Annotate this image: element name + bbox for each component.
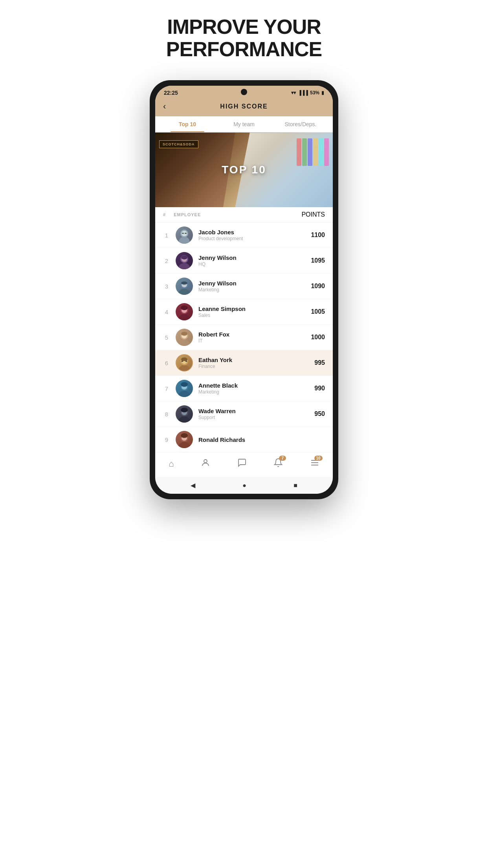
svg-rect-25 — [182, 361, 183, 362]
svg-point-1 — [179, 237, 190, 244]
table-row-partial[interactable]: 9 Ronald Richards — [155, 427, 333, 452]
employee-dept: HQ — [198, 261, 305, 267]
svg-point-5 — [178, 263, 191, 269]
table-row[interactable]: 1 Jacob Jones Product development 1100 — [155, 223, 333, 248]
camera-notch — [241, 89, 247, 95]
home-icon: ⌂ — [169, 459, 174, 469]
avatar — [176, 431, 193, 448]
rank-number: 2 — [163, 257, 170, 264]
svg-point-27 — [178, 391, 191, 397]
rank-number: 1 — [163, 232, 170, 239]
phone-screen: 22:25 ▾▾ ▐▐▐ 53% ▮ ‹ HIGH SCORE Top 10 M… — [155, 86, 333, 494]
table-row[interactable]: 4 Leanne Simpson Sales 1005 — [155, 299, 333, 325]
points-value: 1000 — [311, 334, 325, 341]
tab-storesdeps[interactable]: Stores/Deps. — [272, 116, 329, 132]
leaderboard: # EMPLOYEE POINTS 1 Jacob Jones Product … — [155, 207, 333, 452]
rank-number: 7 — [163, 385, 170, 392]
table-row[interactable]: 3 Jenny Wilson Marketing 1090 — [155, 274, 333, 299]
signal-icon: ▐▐▐ — [298, 90, 308, 96]
rank-number: 4 — [163, 309, 170, 315]
employee-info: Leanne Simpson Sales — [198, 305, 305, 318]
rank-number: 3 — [163, 283, 170, 290]
avatar — [176, 278, 193, 295]
rank-number: 9 — [163, 436, 170, 443]
header-points: POINTS — [301, 211, 325, 218]
headline-line2: PERFORMANCE — [166, 38, 322, 61]
svg-point-24 — [181, 358, 187, 361]
android-back[interactable]: ◀ — [191, 482, 195, 489]
nav-menu[interactable]: 10 — [304, 456, 326, 471]
rank-number: 8 — [163, 411, 170, 417]
employee-name: Eathan York — [198, 357, 309, 363]
employee-name: Leanne Simpson — [198, 305, 305, 312]
avatar — [176, 354, 193, 371]
employee-info: Ronald Richards — [198, 436, 325, 443]
battery-text: 53% — [310, 90, 319, 96]
top10-banner: SCOTCH&SODA TOP 10 — [155, 132, 333, 207]
svg-point-13 — [178, 314, 191, 320]
tab-bar: Top 10 My team Stores/Deps. — [155, 116, 333, 132]
app-header: ‹ HIGH SCORE — [155, 98, 333, 116]
employee-info: Jenny Wilson HQ — [198, 254, 305, 267]
back-button[interactable]: ‹ — [163, 101, 166, 112]
svg-point-12 — [181, 281, 187, 285]
rank-number: 6 — [163, 360, 170, 366]
points-value: 1090 — [311, 283, 325, 290]
employee-name: Jacob Jones — [198, 229, 305, 235]
android-home[interactable]: ● — [242, 482, 246, 489]
employee-name: Wade Warren — [198, 408, 309, 414]
employee-name: Robert Fox — [198, 331, 305, 338]
battery-icon: ▮ — [321, 90, 324, 96]
svg-point-34 — [181, 408, 188, 412]
svg-point-20 — [181, 332, 187, 336]
nav-notifications[interactable]: 7 — [267, 456, 289, 471]
phone-shell: 22:25 ▾▾ ▐▐▐ 53% ▮ ‹ HIGH SCORE Top 10 M… — [150, 80, 338, 499]
banner-overlay: TOP 10 — [155, 132, 333, 207]
notifications-badge: 7 — [279, 456, 286, 461]
nav-profile[interactable] — [194, 456, 216, 471]
menu-badge: 10 — [314, 456, 323, 461]
avatar — [176, 226, 193, 244]
table-row[interactable]: 6 Eathan York Finance 995 — [155, 350, 333, 376]
svg-point-16 — [181, 305, 188, 310]
chat-icon — [237, 458, 247, 470]
nav-chat[interactable] — [231, 456, 253, 471]
svg-point-21 — [178, 365, 190, 371]
points-value: 1100 — [311, 232, 325, 239]
page-headline: IMPROVE YOUR PERFORMANCE — [166, 16, 322, 61]
svg-rect-26 — [185, 361, 187, 362]
table-row[interactable]: 2 Jenny Wilson HQ 1095 — [155, 248, 333, 274]
employee-dept: Finance — [198, 364, 309, 369]
employee-name: Jenny Wilson — [198, 280, 305, 287]
table-row[interactable]: 5 Robert Fox IT 1000 — [155, 325, 333, 350]
employee-info: Eathan York Finance — [198, 357, 309, 369]
avatar — [176, 380, 193, 397]
svg-rect-4 — [185, 233, 187, 234]
status-icons: ▾▾ ▐▐▐ 53% ▮ — [291, 90, 324, 96]
nav-home[interactable]: ⌂ — [162, 457, 180, 471]
list-header-left: # EMPLOYEE — [163, 212, 201, 217]
banner-label: TOP 10 — [222, 164, 266, 176]
employee-info: Jacob Jones Product development — [198, 229, 305, 241]
table-row[interactable]: 8 Wade Warren Support 950 — [155, 401, 333, 427]
avatar — [176, 405, 193, 423]
points-value: 1095 — [311, 257, 325, 264]
headline-line1: IMPROVE YOUR — [167, 15, 321, 38]
avatar — [176, 252, 193, 269]
header-title: HIGH SCORE — [220, 103, 268, 110]
android-nav-bar: ◀ ● ■ — [155, 477, 333, 494]
table-row[interactable]: 7 Annette Black Marketing 990 — [155, 376, 333, 401]
rank-number: 5 — [163, 334, 170, 341]
points-value: 1005 — [311, 308, 325, 315]
list-header: # EMPLOYEE POINTS — [155, 207, 333, 223]
svg-point-39 — [204, 460, 207, 463]
android-recent[interactable]: ■ — [294, 482, 297, 489]
employee-name: Ronald Richards — [198, 436, 325, 443]
avatar — [176, 303, 193, 320]
tab-top10[interactable]: Top 10 — [159, 116, 216, 132]
svg-point-35 — [178, 442, 191, 448]
points-value: 950 — [314, 410, 325, 417]
header-employee: EMPLOYEE — [174, 212, 201, 217]
wifi-icon: ▾▾ — [291, 90, 296, 96]
tab-myteam[interactable]: My team — [216, 116, 272, 132]
